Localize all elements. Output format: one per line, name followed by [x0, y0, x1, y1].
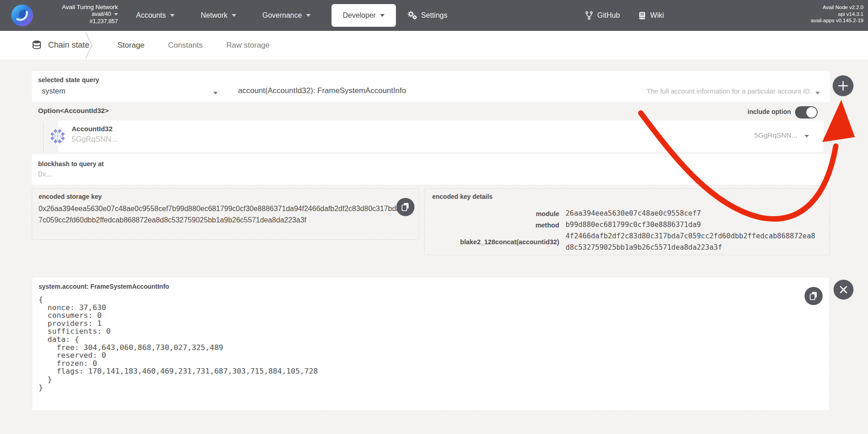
blockhash-input[interactable]	[38, 170, 582, 178]
section-label: Chain state	[48, 40, 89, 50]
method-signature: account(AccountId32): FrameSystemAccount…	[238, 86, 406, 95]
detail-row-method: method b99d880ec681799c0cf30e8886371da9	[424, 219, 829, 231]
node-version: Avail Node v2.2.0	[811, 4, 863, 11]
account-dropdown-value[interactable]: 5GgRqSNN...	[754, 131, 797, 139]
detail-label: method	[424, 220, 559, 231]
param-name-label: AccountId32	[72, 125, 112, 133]
identicon[interactable]	[49, 127, 67, 145]
avail-logo[interactable]	[11, 5, 33, 26]
caret-down-icon	[380, 14, 385, 17]
api-version: api v14.3.1	[811, 11, 863, 18]
caret-down-icon	[306, 14, 311, 17]
param-card: AccountId32 5GgRqSNN...	[58, 120, 824, 152]
identicon-image	[49, 127, 67, 145]
caret-down-icon	[170, 14, 175, 17]
chain-selector[interactable]: avail/40	[35, 11, 118, 18]
plus-icon	[833, 75, 853, 96]
encoded-key-details-panel: encoded key details module 26aa394eea563…	[424, 188, 830, 255]
detail-value: 26aa394eea5630e07c48ae0c9558cef7	[566, 208, 816, 219]
account-id-input[interactable]	[72, 135, 362, 143]
result-json: { nonce: 37,630 consumers: 0 providers: …	[39, 296, 318, 391]
module-value: system	[42, 87, 65, 95]
network-name: Avail Turing Network	[35, 3, 118, 11]
database-icon	[32, 40, 42, 50]
query-section-label: selected state query	[38, 76, 99, 84]
main-nav: Accounts Network Governance Developer Se…	[136, 0, 447, 31]
encoded-storage-key-panel: encoded storage key 0x26aa394eea5630e07c…	[32, 188, 419, 240]
caret-down-icon	[213, 92, 218, 94]
wiki-link[interactable]: Wiki	[638, 11, 664, 20]
param-guide-line	[43, 122, 44, 152]
add-query-button[interactable]	[833, 75, 853, 96]
caret-down-icon	[114, 13, 118, 15]
version-info: Avail Node v2.2.0 api v14.3.1 avail-apps…	[811, 4, 863, 24]
app-header: Avail Turing Network avail/40 #1,237,857…	[0, 0, 868, 31]
git-fork-icon	[585, 11, 593, 20]
block-number[interactable]: #1,237,857	[35, 18, 118, 25]
option-section: Option<AccountId32> include option	[32, 102, 830, 154]
detail-row-module: module 26aa394eea5630e07c48ae0c9558cef7	[424, 208, 829, 219]
apps-version: avail-apps v0.145.2-19	[811, 17, 863, 24]
caret-down-icon	[815, 92, 820, 94]
section-title: Chain state	[32, 31, 89, 59]
copy-icon	[396, 198, 414, 216]
copy-icon	[805, 287, 823, 305]
method-description: The full account information for a parti…	[647, 87, 812, 95]
section-divider	[85, 32, 94, 59]
detail-row-blake2: blake2_128concat(accountid32) 4f2466dafb…	[424, 231, 829, 253]
tab-raw-storage[interactable]: Raw storage	[226, 31, 269, 59]
copy-key-button[interactable]	[396, 198, 414, 216]
detail-value: b99d880ec681799c0cf30e8886371da9	[566, 219, 816, 231]
include-option-label: include option	[747, 108, 791, 115]
encoded-key-details-label: encoded key details	[432, 193, 493, 200]
tab-constants[interactable]: Constants	[168, 31, 203, 59]
nav-item-network[interactable]: Network	[201, 11, 236, 20]
book-icon	[638, 11, 646, 20]
query-card: selected state query system account(Acco…	[32, 71, 830, 185]
nav-item-developer-active[interactable]: Developer	[332, 4, 396, 27]
include-option-toggle[interactable]	[795, 106, 818, 118]
blockhash-label: blockhash to query at	[38, 160, 104, 168]
module-select[interactable]: system	[32, 84, 231, 102]
nav-item-governance[interactable]: Governance	[263, 11, 311, 20]
result-card: system.account: FrameSystemAccountInfo {…	[32, 277, 830, 411]
settings-button[interactable]: Settings	[407, 10, 448, 20]
detail-label: blake2_128concat(accountid32)	[424, 237, 559, 247]
result-title: system.account: FrameSystemAccountInfo	[39, 283, 169, 290]
chain-label: avail/40	[92, 11, 111, 18]
caret-down-icon	[232, 14, 236, 17]
tab-bar: Chain state Storage Constants Raw storag…	[0, 31, 868, 59]
detail-value: 4f2466dafb2df2c83d80c317bda7c059cc2fd60d…	[566, 231, 816, 253]
encoded-storage-key-label: encoded storage key	[39, 193, 102, 200]
nav-item-accounts[interactable]: Accounts	[136, 11, 175, 20]
method-select[interactable]: account(AccountId32): FrameSystemAccount…	[231, 84, 830, 102]
avail-logo-icon	[11, 5, 33, 26]
close-icon	[834, 280, 853, 300]
option-type-label: Option<AccountId32>	[38, 107, 109, 114]
close-result-button[interactable]	[834, 280, 853, 300]
encoded-storage-key-value: 0x26aa394eea5630e07c48ae0c9558cef7b99d88…	[39, 203, 404, 226]
caret-down-icon	[805, 135, 809, 138]
copy-result-button[interactable]	[805, 287, 823, 305]
gear-cluster-icon	[407, 10, 418, 20]
tab-storage[interactable]: Storage	[117, 31, 145, 59]
github-link[interactable]: GitHub	[585, 11, 620, 20]
detail-label: module	[424, 208, 559, 219]
